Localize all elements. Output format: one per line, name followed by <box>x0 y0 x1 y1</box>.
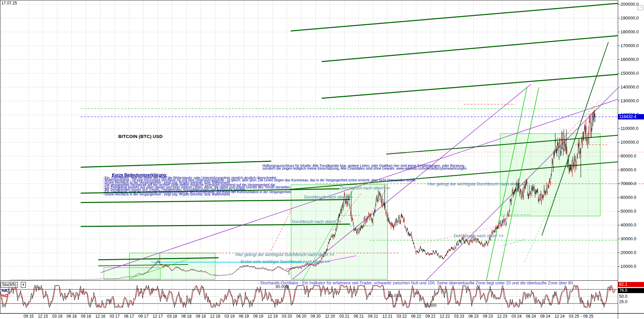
breakout-annotation: Durchbruch nach oben! >> <box>454 234 504 238</box>
price-axis-label: 130000.0 <box>620 98 639 103</box>
time-axis-label: 12 19 <box>268 314 278 319</box>
time-axis-label: 09 22 <box>426 314 436 319</box>
time-axis-label: 03 18 <box>167 314 177 319</box>
time-axis-label: 12 16 <box>95 314 106 319</box>
price-axis-label: 20000.0 <box>620 250 636 255</box>
price-axis-label: 10000.0 <box>620 264 636 269</box>
price-axis-label: 70000.0 <box>620 181 636 186</box>
time-axis-label: 06 17 <box>124 314 134 319</box>
time-axis-label: 12 23 <box>497 314 507 319</box>
percent-d-label: %D <box>1 293 8 298</box>
oscillator-axis-tag: 82.1 <box>618 282 644 287</box>
price-axis-label: 180000.0 <box>620 29 639 34</box>
oscillator-axis-tag: 25.0 <box>618 299 644 305</box>
stochastic-indicator-label[interactable]: Sto(9/5) <box>1 282 18 288</box>
time-axis-label: 06 16 <box>67 314 77 319</box>
oscillator-level-label: 20.000 <box>424 303 437 308</box>
oscillator-axis-tag: 50.0 <box>618 294 644 299</box>
minimize-icon[interactable]: − <box>638 5 643 10</box>
time-axis-label: 06 18 <box>182 314 192 319</box>
percent-k-label: %K <box>1 288 8 293</box>
time-axis-label: 09 24 <box>540 314 550 319</box>
time-axis-label: 03 24 <box>512 314 522 319</box>
time-axis-label: 06 25 <box>583 314 593 319</box>
time-axis-label: 03 16 <box>52 314 62 319</box>
time-axis-label: 09 15 <box>24 314 34 319</box>
oscillator-description: - Stochastik-Oszillator - Ein Indikator … <box>257 281 574 285</box>
oscillator-level-label: 50.000 <box>388 293 401 298</box>
price-axis-label: 90000.0 <box>620 153 636 158</box>
price-axis-label: 170000.0 <box>620 43 639 48</box>
breakout-annotation: Hier gelingt der wichtigste Durchbruch n… <box>235 252 334 257</box>
time-axis-label: 12 18 <box>210 314 220 319</box>
chart-date: 17.07.25 <box>1 1 17 5</box>
add-indicator-button[interactable]: + <box>21 282 26 288</box>
time-axis-label: 03 23 <box>454 314 464 319</box>
breakout-annotation: Hier gelingt der wichtigste Durchbruch n… <box>428 182 527 186</box>
price-axis-label: 60000.0 <box>620 195 636 200</box>
chart-window: 17.07.25 BITCOIN (BTC) USD Kurze Bedeutu… <box>0 0 644 319</box>
time-axis-label: 03 21 <box>339 314 349 319</box>
time-axis-label: 03 20 <box>282 314 292 319</box>
time-axis-label: 06 21 <box>354 314 364 319</box>
time-axis-label: 12 22 <box>440 314 450 319</box>
time-axis-label: 09 19 <box>253 314 263 319</box>
time-axis-label: 09 20 <box>311 314 321 319</box>
price-axis-label: 80000.0 <box>620 167 636 172</box>
time-axis-label: 06 20 <box>296 314 306 319</box>
breakout-annotation: Durchbruch nach oben!>> <box>304 195 353 200</box>
time-axis-label: 06 22 <box>411 314 421 319</box>
price-axis-label: 190000.0 <box>620 15 639 21</box>
price-axis-label: 110000.0 <box>620 126 638 131</box>
breakout-annotation: Erster sehr wichtiger Durchbruch nach ob… <box>241 259 330 264</box>
chart-symbol-title: BITCOIN (BTC) USD <box>118 134 163 139</box>
time-axis-label: 12 24 <box>555 314 565 319</box>
legend-line: - Grüne Rechteck in der Vergangenheit - … <box>103 193 231 196</box>
price-axis-label: 30000.0 <box>620 236 636 241</box>
time-axis-label: 06 24 <box>526 314 536 319</box>
price-axis-label: 50000.0 <box>620 209 636 214</box>
time-axis-label: 09 16 <box>81 314 91 319</box>
price-axis-label: 40000.0 <box>620 222 636 227</box>
current-price-tag: 118432.4 <box>618 114 644 119</box>
chart-plot-surface[interactable] <box>0 0 644 319</box>
time-axis-label: 12 21 <box>383 314 393 319</box>
oscillator-axis-tag: 76.5 <box>618 288 644 293</box>
time-axis-label: 03 19 <box>225 314 235 319</box>
time-axis-label: 06 19 <box>239 314 249 319</box>
time-axis-trailing-dash: - <box>581 314 582 319</box>
breakout-annotation: Durchbruch nach oben! >> <box>292 219 341 224</box>
time-axis-label: 12 20 <box>325 314 335 319</box>
breakout-annotation: Durchbruch nach oben! >> <box>340 186 390 190</box>
time-axis-label: 09 17 <box>138 314 149 319</box>
price-axis-label: 160000.0 <box>620 57 639 62</box>
price-axis-label: 140000.0 <box>620 84 639 90</box>
price-axis-label: 150000.0 <box>620 71 639 76</box>
time-axis-label: 09 23 <box>483 314 493 319</box>
time-axis-label: 09 18 <box>196 314 206 319</box>
time-axis-label: 03 25 <box>569 314 579 319</box>
price-axis-label: 200000.0 <box>620 2 639 7</box>
time-axis-label: 03 22 <box>397 314 407 319</box>
time-axis-label: 06 23 <box>469 314 479 319</box>
price-axis-label: 100000.0 <box>620 140 639 145</box>
time-axis-label: 12 17 <box>153 314 163 319</box>
disclaimer-line-2: sondern die zeigen lediglich meine Einsc… <box>263 166 467 170</box>
time-axis-label: 03 17 <box>110 314 120 319</box>
time-axis-label: 12 15 <box>38 314 48 319</box>
time-axis-label: 09 21 <box>368 314 378 319</box>
